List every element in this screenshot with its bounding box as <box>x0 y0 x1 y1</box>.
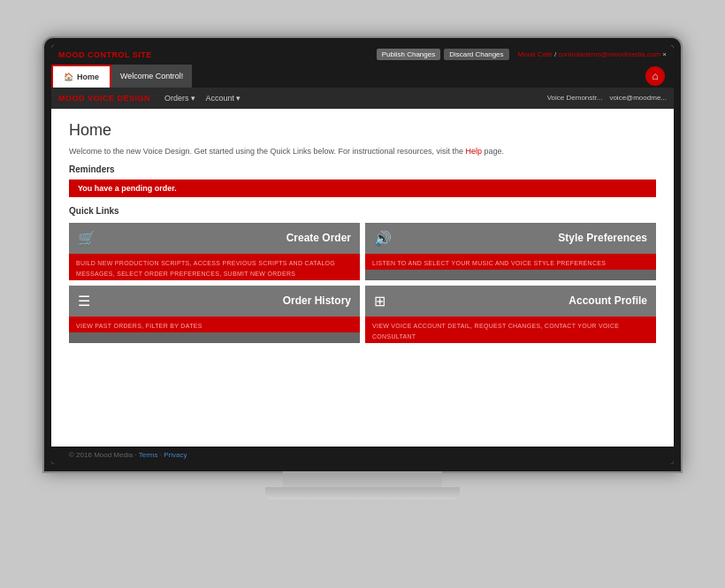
orders-chevron-icon: ▾ <box>191 94 195 103</box>
style-preferences-icon: 🔊 <box>374 230 392 247</box>
admin-bar: MOOD CONTROL SITE Publish Changes Discar… <box>51 45 674 65</box>
admin-brand: MOOD CONTROL SITE <box>58 50 152 59</box>
home-tab[interactable]: 🏠 Home <box>51 65 111 88</box>
reminders-label: Reminders <box>69 164 656 174</box>
nav-brand: MOOD VOICE DESIGN <box>58 94 150 103</box>
admin-brand-accent: MOOD <box>58 50 85 59</box>
page-footer: © 2016 Mood Media · Terms · Privacy <box>51 447 674 464</box>
card-top-create-order: 🛒 Create Order <box>69 223 360 254</box>
card-bottom-style-preferences: LISTEN TO AND SELECT YOUR MUSIC AND VOIC… <box>365 254 656 270</box>
quick-links-label: Quick Links <box>69 206 656 216</box>
monitor-screen: MOOD CONTROL SITE Publish Changes Discar… <box>44 38 681 471</box>
home-tab-icon: 🏠 <box>64 73 73 81</box>
order-history-title: Order History <box>283 294 351 307</box>
discard-button[interactable]: Discard Changes <box>444 49 508 60</box>
avatar: ⌂ <box>645 66 665 86</box>
footer-copyright: © 2016 Mood Media · Terms · Privacy <box>69 451 187 459</box>
page-title: Home <box>69 121 656 140</box>
admin-bar-right: Publish Changes Discard Changes Mood Caf… <box>377 49 667 60</box>
card-top-order-history: ☰ Order History <box>69 286 360 317</box>
nav-tab-bar: 🏠 Home Welcome Control! ⌂ <box>51 65 674 88</box>
welcome-message: Welcome Control! <box>111 65 192 88</box>
account-profile-icon: ⊞ <box>374 293 385 309</box>
quick-link-account-profile[interactable]: ⊞ Account Profile VIEW VOICE ACCOUNT DET… <box>365 286 656 343</box>
account-profile-title: Account Profile <box>569 294 647 307</box>
order-history-desc: VIEW PAST ORDERS, FILTER BY DATES <box>76 323 202 329</box>
card-bottom-account-profile: VIEW VOICE ACCOUNT DETAIL, REQUEST CHANG… <box>365 317 656 343</box>
monitor-stand-neck <box>283 471 442 487</box>
screen-inner: MOOD CONTROL SITE Publish Changes Discar… <box>51 45 674 464</box>
reminder-bar: You have a pending order. <box>69 179 656 197</box>
nav-brand-accent: MOOD <box>58 94 85 103</box>
terms-link[interactable]: Terms <box>139 451 158 459</box>
welcome-text: Welcome to the new Voice Design. Get sta… <box>69 147 656 156</box>
quick-link-order-history[interactable]: ☰ Order History VIEW PAST ORDERS, FILTER… <box>69 286 360 343</box>
screen-content: MOOD CONTROL SITE Publish Changes Discar… <box>51 45 674 464</box>
home-tab-label: Home <box>77 73 99 81</box>
main-nav: MOOD VOICE DESIGN Orders ▾ Account ▾ <box>51 88 674 109</box>
quick-link-create-order[interactable]: 🛒 Create Order BUILD NEW PRODUCTION SCRI… <box>69 223 360 280</box>
admin-brand-suffix: CONTROL SITE <box>88 50 152 59</box>
card-top-account-profile: ⊞ Account Profile <box>365 286 656 317</box>
page-content: Home Welcome to the new Voice Design. Ge… <box>51 109 674 447</box>
card-top-style-preferences: 🔊 Style Preferences <box>365 223 656 254</box>
order-history-icon: ☰ <box>78 293 90 309</box>
help-link[interactable]: Help <box>466 147 483 156</box>
voice-demo-link[interactable]: Voice Demonstr... <box>547 94 603 102</box>
create-order-icon: 🛒 <box>78 230 95 247</box>
nav-right: Voice Demonstr... voice@moodme... <box>547 94 667 102</box>
publish-button[interactable]: Publish Changes <box>377 49 440 60</box>
create-order-title: Create Order <box>286 232 351 244</box>
quick-link-style-preferences[interactable]: 🔊 Style Preferences LISTEN TO AND SELECT… <box>365 223 656 280</box>
account-chevron-icon: ▾ <box>236 94 240 103</box>
house-icon: ⌂ <box>652 70 658 82</box>
style-preferences-title: Style Preferences <box>558 232 647 244</box>
quick-links-grid: 🛒 Create Order BUILD NEW PRODUCTION SCRI… <box>69 223 656 343</box>
voice-email-link[interactable]: voice@moodme... <box>609 94 667 102</box>
account-nav-link[interactable]: Account ▾ <box>206 94 241 103</box>
monitor-stand-base <box>265 487 460 500</box>
card-bottom-order-history: VIEW PAST ORDERS, FILTER BY DATES <box>69 317 360 332</box>
account-profile-desc: VIEW VOICE ACCOUNT DETAIL, REQUEST CHANG… <box>372 323 619 340</box>
privacy-link[interactable]: Privacy <box>164 451 187 459</box>
monitor: MOOD CONTROL SITE Publish Changes Discar… <box>35 38 690 551</box>
create-order-desc: BUILD NEW PRODUCTION SCRIPTS, ACCESS PRE… <box>76 260 335 277</box>
admin-user: Mood Cafe / controlademo@moodmedia.com × <box>518 50 667 58</box>
card-bottom-create-order: BUILD NEW PRODUCTION SCRIPTS, ACCESS PRE… <box>69 254 360 280</box>
orders-nav-link[interactable]: Orders ▾ <box>164 94 195 103</box>
style-preferences-desc: LISTEN TO AND SELECT YOUR MUSIC AND VOIC… <box>372 260 606 266</box>
avatar-area: ⌂ <box>645 66 674 86</box>
nav-links: Orders ▾ Account ▾ <box>164 94 240 103</box>
